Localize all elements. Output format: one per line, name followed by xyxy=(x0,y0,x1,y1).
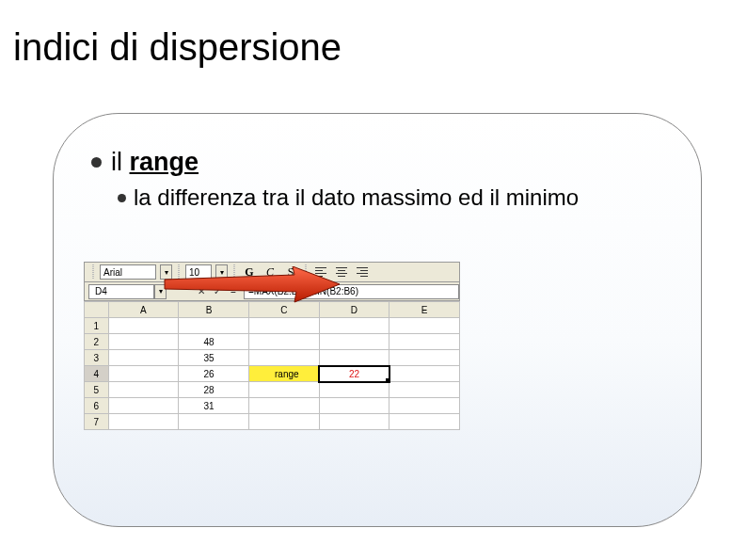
cell-C6[interactable] xyxy=(248,398,319,414)
cell-E7[interactable] xyxy=(389,414,460,430)
cell-B2[interactable]: 48 xyxy=(179,334,249,350)
bold-button[interactable]: G xyxy=(241,264,258,280)
cell-E6[interactable] xyxy=(389,398,460,414)
bullet-1-text: il range xyxy=(111,148,199,177)
underline-button[interactable]: S xyxy=(282,264,299,280)
cell-D3[interactable] xyxy=(319,350,389,366)
cell-B5[interactable]: 28 xyxy=(179,382,249,398)
bullet-1: il range xyxy=(91,148,663,177)
align-center-button[interactable] xyxy=(333,264,350,280)
align-left-button[interactable] xyxy=(312,264,329,280)
bullet-dot-icon xyxy=(91,157,102,168)
cell-C5[interactable] xyxy=(248,382,319,398)
cell-A2[interactable] xyxy=(108,334,179,350)
cell-B1[interactable] xyxy=(179,318,249,334)
col-header-D[interactable]: D xyxy=(319,302,389,318)
row-header-7[interactable]: 7 xyxy=(85,414,109,430)
row-header-5[interactable]: 5 xyxy=(85,382,109,398)
cell-B4[interactable]: 26 xyxy=(179,366,249,382)
cell-D7[interactable] xyxy=(319,414,389,430)
bullet-1-range: range xyxy=(130,148,199,176)
fx-cancel-icon[interactable]: ✓ xyxy=(211,285,224,298)
formula-buttons: ✕ ✓ = xyxy=(195,285,240,298)
row-6: 6 31 xyxy=(85,398,460,414)
cell-A3[interactable] xyxy=(108,350,179,366)
formula-input[interactable]: =MAX(B2:B6)-MIN(B2:B6) xyxy=(244,284,459,299)
name-box-dropdown[interactable]: ▾ xyxy=(154,284,167,299)
toolbar-grip-icon xyxy=(305,264,307,280)
bullet-dot-icon xyxy=(118,194,126,202)
cell-A4[interactable] xyxy=(108,366,179,382)
font-size-dropdown[interactable]: ▾ xyxy=(215,264,228,280)
corner-cell[interactable] xyxy=(85,302,109,318)
cell-E2[interactable] xyxy=(389,334,460,350)
col-header-C[interactable]: C xyxy=(248,302,319,318)
bullet-1-prefix: il xyxy=(111,148,130,176)
row-header-1[interactable]: 1 xyxy=(85,318,109,334)
cell-C4[interactable]: range xyxy=(248,366,319,382)
cell-E4[interactable] xyxy=(389,366,460,382)
cell-D4[interactable]: 22 xyxy=(319,366,389,382)
row-5: 5 28 xyxy=(85,382,460,398)
cell-A5[interactable] xyxy=(108,382,179,398)
formula-bar-row: D4 ▾ ✕ ✓ = =MAX(B2:B6)-MIN(B2:B6) xyxy=(84,282,460,301)
cell-E1[interactable] xyxy=(389,318,460,334)
slide-title: indici di dispersione xyxy=(13,26,342,69)
row-2: 2 48 xyxy=(85,334,460,350)
font-name-input[interactable]: Arial xyxy=(100,264,156,280)
col-header-B[interactable]: B xyxy=(179,302,249,318)
cell-E3[interactable] xyxy=(389,350,460,366)
cell-D1[interactable] xyxy=(319,318,389,334)
toolbar-grip-icon xyxy=(233,264,235,280)
bullet-2: la differenza tra il dato massimo ed il … xyxy=(118,184,663,211)
col-header-A[interactable]: A xyxy=(108,302,179,318)
col-header-E[interactable]: E xyxy=(389,302,460,318)
name-box[interactable]: D4 xyxy=(88,284,154,299)
row-header-3[interactable]: 3 xyxy=(85,350,109,366)
align-right-button[interactable] xyxy=(354,264,371,280)
cell-D2[interactable] xyxy=(319,334,389,350)
cell-A6[interactable] xyxy=(108,398,179,414)
italic-button[interactable]: C xyxy=(262,264,278,280)
cell-D4-value: 22 xyxy=(349,369,359,379)
row-7: 7 xyxy=(85,414,460,430)
cell-A1[interactable] xyxy=(108,318,179,334)
bullet-2-text: la differenza tra il dato massimo ed il … xyxy=(134,184,579,211)
format-toolbar: Arial ▾ 10 ▾ G C S xyxy=(84,262,460,282)
row-4: 4 26 range 22 xyxy=(85,366,460,382)
font-size-input[interactable]: 10 xyxy=(185,264,212,280)
content-box: il range la differenza tra il dato massi… xyxy=(53,113,702,527)
cell-D5[interactable] xyxy=(319,382,389,398)
cell-B6[interactable]: 31 xyxy=(179,398,249,414)
fx-icon[interactable]: = xyxy=(227,285,240,298)
spreadsheet-grid[interactable]: A B C D E 1 2 48 xyxy=(84,301,460,430)
row-1: 1 xyxy=(85,318,460,334)
spreadsheet: Arial ▾ 10 ▾ G C S D4 ▾ ✕ ✓ = =MAX(B2:B6… xyxy=(84,262,460,430)
cell-A7[interactable] xyxy=(108,414,179,430)
cell-B7[interactable] xyxy=(179,414,249,430)
cell-B3[interactable]: 35 xyxy=(179,350,249,366)
cell-C2[interactable] xyxy=(248,334,319,350)
row-header-6[interactable]: 6 xyxy=(85,398,109,414)
toolbar-grip-icon xyxy=(92,264,94,280)
row-header-2[interactable]: 2 xyxy=(85,334,109,350)
toolbar-grip-icon xyxy=(178,264,180,280)
cell-C7[interactable] xyxy=(248,414,319,430)
row-3: 3 35 xyxy=(85,350,460,366)
cell-D6[interactable] xyxy=(319,398,389,414)
font-name-dropdown[interactable]: ▾ xyxy=(160,264,172,280)
fx-apply-icon[interactable]: ✕ xyxy=(195,285,208,298)
row-header-4[interactable]: 4 xyxy=(85,366,109,382)
cell-C1[interactable] xyxy=(248,318,319,334)
cell-C3[interactable] xyxy=(248,350,319,366)
cell-E5[interactable] xyxy=(389,382,460,398)
